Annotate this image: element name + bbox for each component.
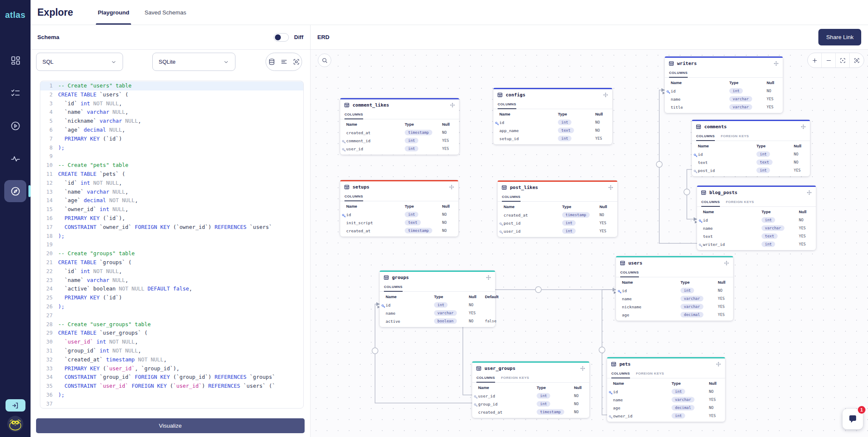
visualize-button[interactable]: Visualize bbox=[36, 418, 305, 433]
move-icon[interactable] bbox=[449, 184, 454, 190]
move-icon[interactable] bbox=[773, 61, 779, 66]
diff-toggle[interactable] bbox=[274, 33, 289, 42]
erd-column-row: idintNO bbox=[665, 87, 783, 95]
zoom-control-focus[interactable] bbox=[836, 53, 850, 68]
atlas-logo[interactable]: atlas bbox=[0, 10, 31, 20]
erd-table-groups[interactable]: groupsCOLUMNSNameTypeNullDefaultidintNOn… bbox=[380, 271, 495, 327]
table-icon bbox=[669, 61, 674, 66]
diff-label: Diff bbox=[294, 34, 303, 40]
align-lines-icon[interactable] bbox=[280, 58, 288, 65]
move-icon[interactable] bbox=[806, 190, 812, 195]
column-type-badge: int bbox=[405, 211, 418, 217]
share-link-button[interactable]: Share Link bbox=[818, 29, 861, 45]
table-tabs: COLUMNS bbox=[665, 69, 783, 78]
table-tab-foreign-keys[interactable]: FOREIGN KEYS bbox=[726, 198, 754, 207]
erd-table-pets[interactable]: petsCOLUMNSFOREIGN KEYSNameTypeNullidint… bbox=[607, 357, 725, 422]
erd-table-comment_likes[interactable]: comment_likesCOLUMNSNameTypeNullcreated_… bbox=[340, 98, 459, 155]
schema-title: Schema bbox=[37, 34, 59, 40]
column-null: YES bbox=[709, 414, 716, 418]
code-line: 1-- Create "users" table bbox=[40, 82, 303, 90]
move-icon[interactable] bbox=[450, 102, 455, 108]
code-editor[interactable]: 1-- Create "users" table2CREATE TABLE `u… bbox=[40, 81, 304, 409]
erd-column-row: created_attimestampNO bbox=[340, 226, 458, 234]
table-header: user_groups bbox=[472, 363, 589, 374]
code-line: 27 bbox=[40, 311, 303, 320]
column-type-badge: varchar bbox=[672, 397, 694, 402]
column-name: owner_id bbox=[613, 413, 633, 418]
erd-column-row: writer_idintYES bbox=[697, 240, 816, 248]
table-tab-foreign-keys[interactable]: FOREIGN KEYS bbox=[501, 374, 529, 383]
column-name: id bbox=[671, 88, 675, 93]
table-tab-columns[interactable]: COLUMNS bbox=[696, 132, 715, 141]
sidebar-item-compass[interactable] bbox=[4, 180, 26, 202]
move-icon[interactable] bbox=[580, 366, 585, 371]
move-icon[interactable] bbox=[603, 92, 608, 98]
erd-canvas[interactable]: comment_likesCOLUMNSNameTypeNullcreated_… bbox=[311, 50, 868, 437]
zoom-control-plus[interactable] bbox=[808, 53, 822, 68]
login-button[interactable] bbox=[6, 399, 25, 412]
table-tab-columns[interactable]: COLUMNS bbox=[611, 369, 630, 378]
column-null: YES bbox=[799, 226, 806, 230]
avatar[interactable] bbox=[7, 416, 23, 432]
database-icon[interactable] bbox=[268, 58, 275, 65]
table-tab-columns[interactable]: COLUMNS bbox=[498, 100, 516, 109]
column-type-badge: int bbox=[558, 119, 571, 125]
engine-select[interactable]: SQLite bbox=[152, 53, 235, 71]
erd-table-blog_posts[interactable]: blog_postsCOLUMNSFOREIGN KEYSNameTypeNul… bbox=[697, 186, 816, 250]
column-null: YES bbox=[718, 304, 725, 309]
move-icon[interactable] bbox=[724, 260, 729, 266]
table-tab-columns[interactable]: COLUMNS bbox=[502, 193, 521, 202]
table-tab-columns[interactable]: COLUMNS bbox=[620, 268, 639, 277]
table-tab-foreign-keys[interactable]: FOREIGN KEYS bbox=[636, 369, 664, 378]
column-null: NO bbox=[595, 120, 600, 124]
activity-icon bbox=[10, 153, 21, 164]
erd-table-writers[interactable]: writersCOLUMNSNameTypeNullidintNOnamevar… bbox=[665, 56, 783, 113]
table-tab-columns[interactable]: COLUMNS bbox=[669, 69, 688, 78]
column-name: text bbox=[698, 160, 708, 164]
erd-search-button[interactable] bbox=[318, 54, 331, 67]
column-type-badge: int bbox=[562, 228, 576, 234]
table-tab-columns[interactable]: COLUMNS bbox=[701, 198, 720, 207]
column-null: NO bbox=[442, 212, 447, 217]
move-icon[interactable] bbox=[608, 185, 613, 190]
column-name: name bbox=[622, 296, 632, 301]
code-line: 28-- Create "user_groups" table bbox=[40, 320, 303, 329]
table-tab-columns[interactable]: COLUMNS bbox=[344, 192, 363, 201]
table-tab-columns[interactable]: COLUMNS bbox=[476, 374, 495, 383]
erd-column-row: namevarcharYES bbox=[616, 294, 733, 302]
zoom-control-fit-screen[interactable] bbox=[850, 53, 864, 68]
sidebar-item-checklist[interactable] bbox=[4, 82, 26, 104]
column-null: NO bbox=[718, 288, 722, 293]
erd-table-setups[interactable]: setupsCOLUMNSNameTypeNullidintNOinit_scr… bbox=[340, 180, 458, 237]
sidebar-item-dashboard[interactable] bbox=[4, 49, 26, 71]
erd-table-users[interactable]: usersCOLUMNSNameTypeNullidintNOnamevarch… bbox=[616, 256, 733, 321]
column-type-badge: varchar bbox=[680, 296, 703, 301]
left-rail: atlas bbox=[0, 0, 31, 437]
move-icon[interactable] bbox=[486, 275, 491, 280]
sidebar-item-activity[interactable] bbox=[4, 147, 26, 169]
erd-table-user_groups[interactable]: user_groupsCOLUMNSFOREIGN KEYSNameTypeNu… bbox=[472, 361, 589, 418]
code-line: 34 CONSTRAINT `group_id` FOREIGN KEY (`g… bbox=[40, 373, 303, 382]
sidebar-item-play-circle[interactable] bbox=[4, 115, 26, 137]
erd-column-row: namevarcharYES bbox=[665, 95, 783, 103]
move-icon[interactable] bbox=[801, 124, 806, 130]
erd-column-row: namevarcharYES bbox=[380, 309, 495, 317]
dialect-select[interactable]: SQL bbox=[36, 53, 123, 71]
table-tab-columns[interactable]: COLUMNS bbox=[384, 283, 403, 292]
tab-playground[interactable]: Playground bbox=[90, 0, 137, 25]
move-icon[interactable] bbox=[716, 361, 721, 367]
table-tab-foreign-keys[interactable]: FOREIGN KEYS bbox=[721, 132, 749, 141]
fit-screen-icon[interactable] bbox=[293, 58, 300, 65]
erd-table-comments[interactable]: commentsCOLUMNSFOREIGN KEYSNameTypeNulli… bbox=[692, 120, 810, 176]
erd-column-row: idintNO bbox=[607, 387, 725, 395]
erd-column-row: texttextYES bbox=[697, 232, 816, 240]
column-null: NO bbox=[574, 394, 579, 398]
tab-saved-schemas[interactable]: Saved Schemas bbox=[137, 0, 194, 25]
erd-table-post_likes[interactable]: post_likesCOLUMNSNameTypeNullcreated_att… bbox=[498, 180, 617, 237]
column-null: YES bbox=[799, 242, 806, 246]
erd-table-configs[interactable]: configsCOLUMNSNameTypeNullidintNOapp_nam… bbox=[493, 88, 612, 144]
table-tab-columns[interactable]: COLUMNS bbox=[344, 110, 363, 119]
zoom-control-minus[interactable] bbox=[822, 53, 836, 68]
chat-launcher[interactable]: 1 bbox=[843, 409, 863, 429]
code-line: 19 bbox=[40, 240, 303, 249]
